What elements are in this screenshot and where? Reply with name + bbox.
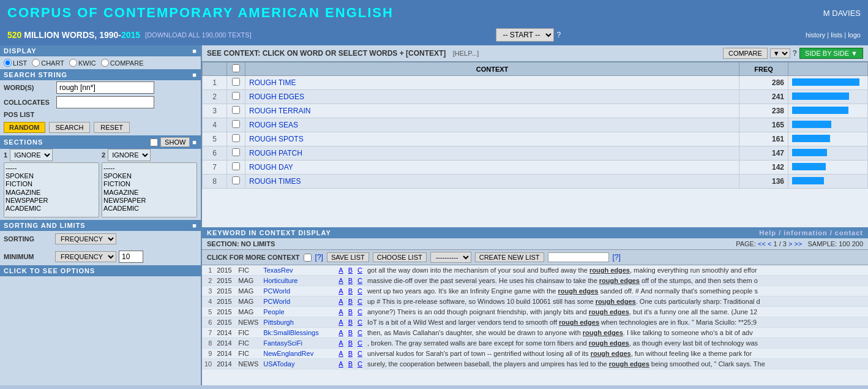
result-checkbox[interactable] xyxy=(232,106,240,114)
result-link[interactable]: ROUGH SEAS xyxy=(249,121,298,129)
kwic-b[interactable]: B xyxy=(346,317,355,328)
kwic-source[interactable]: PCWorld xyxy=(263,287,290,295)
display-chart-option[interactable]: CHART xyxy=(32,59,64,67)
compare-button[interactable]: COMPARE xyxy=(723,48,768,59)
click-options[interactable]: CLICK TO SEE OPTIONS xyxy=(0,265,201,276)
kwic-help-q2[interactable]: [?] xyxy=(613,253,621,262)
kwic-b[interactable]: B xyxy=(346,286,355,296)
list2-items[interactable]: ----- SPOKEN FICTION MAGAZINE NEWSPAPER … xyxy=(102,162,197,217)
kwic-select-all[interactable] xyxy=(304,254,312,262)
kwic-c[interactable]: C xyxy=(355,265,365,276)
context-question[interactable]: ? xyxy=(793,49,797,58)
kwic-b[interactable]: B xyxy=(346,307,355,317)
kwic-c[interactable]: C xyxy=(355,317,365,328)
kwic-source[interactable]: Horticulture xyxy=(263,277,297,284)
compare-select[interactable]: ▼ xyxy=(770,48,790,58)
choose-list-select[interactable]: ---------- xyxy=(430,252,471,263)
kwic-source[interactable]: FantasySciFi xyxy=(263,339,302,347)
kwic-a[interactable]: A xyxy=(336,296,345,307)
choose-list-button[interactable]: CHOOSE LIST xyxy=(373,252,427,262)
kwic-a[interactable]: A xyxy=(336,338,345,349)
list1-items[interactable]: ----- SPOKEN FICTION MAGAZINE NEWSPAPER … xyxy=(4,162,99,217)
minimum-value[interactable] xyxy=(119,251,143,263)
result-link[interactable]: ROUGH SPOTS xyxy=(249,135,304,143)
help-info-link[interactable]: Help / information / contact xyxy=(759,229,863,236)
minimum-select[interactable]: FREQUENCY xyxy=(55,251,116,262)
kwic-a[interactable]: A xyxy=(336,317,345,328)
kwic-a[interactable]: A xyxy=(336,286,345,296)
kwic-c[interactable]: C xyxy=(355,286,365,296)
page-next[interactable]: > xyxy=(788,240,792,247)
display-compare-option[interactable]: COMPARE xyxy=(101,59,144,67)
display-list-radio[interactable] xyxy=(4,59,12,67)
result-link[interactable]: ROUGH DAY xyxy=(249,163,293,172)
kwic-a[interactable]: A xyxy=(336,307,345,317)
start-help[interactable]: ? xyxy=(556,31,561,39)
display-kwic-option[interactable]: KWIC xyxy=(69,59,96,67)
start-select[interactable]: -- START -- xyxy=(496,28,554,42)
save-list-button[interactable]: SAVE LIST xyxy=(327,252,369,262)
kwic-a[interactable]: A xyxy=(336,265,345,276)
kwic-source[interactable]: PCWorld xyxy=(263,298,290,305)
kwic-c[interactable]: C xyxy=(355,328,365,338)
result-link[interactable]: ROUGH TIME xyxy=(249,78,296,87)
result-checkbox[interactable] xyxy=(232,148,240,156)
create-list-input[interactable] xyxy=(548,252,609,262)
kwic-b[interactable]: B xyxy=(346,359,355,369)
kwic-c[interactable]: C xyxy=(355,296,365,307)
result-link[interactable]: ROUGH EDGES xyxy=(249,93,304,101)
kwic-help-q[interactable]: [?] xyxy=(315,253,323,262)
result-link[interactable]: ROUGH TERRAIN xyxy=(249,107,310,115)
list2-ignore-select[interactable]: IGNORE xyxy=(108,149,151,161)
result-checkbox[interactable] xyxy=(232,134,240,142)
random-button[interactable]: RANDOM xyxy=(4,122,45,133)
display-compare-radio[interactable] xyxy=(101,59,109,67)
search-button[interactable]: SEARCH xyxy=(49,122,91,133)
show-button[interactable]: SHOW xyxy=(160,137,190,147)
kwic-b[interactable]: B xyxy=(346,265,355,276)
kwic-source[interactable]: Bk:SmallBlessings xyxy=(263,329,318,336)
select-all-checkbox[interactable] xyxy=(232,64,240,72)
kwic-b[interactable]: B xyxy=(346,276,355,286)
result-checkbox[interactable] xyxy=(232,176,240,184)
page-first[interactable]: << xyxy=(758,240,766,247)
kwic-b[interactable]: B xyxy=(346,296,355,307)
page-last[interactable]: >> xyxy=(794,240,802,247)
header-links[interactable]: history | lists | logo xyxy=(806,31,861,39)
kwic-a[interactable]: A xyxy=(336,349,345,359)
result-link[interactable]: ROUGH TIMES xyxy=(249,177,301,186)
kwic-a[interactable]: A xyxy=(336,359,345,369)
display-chart-radio[interactable] xyxy=(32,59,40,67)
kwic-source[interactable]: Pittsburgh xyxy=(263,319,294,326)
side-by-side-button[interactable]: SIDE BY SIDE ▼ xyxy=(799,48,863,59)
result-checkbox[interactable] xyxy=(232,92,240,100)
result-link[interactable]: ROUGH PATCH xyxy=(249,149,302,157)
context-help[interactable]: [HELP...] xyxy=(453,50,479,57)
create-new-list-button[interactable]: CREATE NEW LIST xyxy=(475,252,544,262)
list1-ignore-select[interactable]: IGNORE xyxy=(10,149,53,161)
display-kwic-radio[interactable] xyxy=(69,59,77,67)
kwic-source[interactable]: TexasRev xyxy=(263,266,293,274)
kwic-a[interactable]: A xyxy=(336,276,345,286)
kwic-b[interactable]: B xyxy=(346,338,355,349)
reset-button[interactable]: RESET xyxy=(94,122,130,133)
result-checkbox[interactable] xyxy=(232,162,240,170)
display-list-option[interactable]: LIST xyxy=(4,59,27,67)
page-prev[interactable]: < xyxy=(768,240,771,247)
kwic-c[interactable]: C xyxy=(355,359,365,369)
kwic-source[interactable]: People xyxy=(263,308,284,315)
kwic-b[interactable]: B xyxy=(346,349,355,359)
result-checkbox[interactable] xyxy=(232,78,240,86)
sections-checkbox[interactable] xyxy=(150,138,158,146)
kwic-b[interactable]: B xyxy=(346,328,355,338)
result-checkbox[interactable] xyxy=(232,120,240,128)
kwic-source[interactable]: USAToday xyxy=(263,360,294,368)
kwic-c[interactable]: C xyxy=(355,276,365,286)
word-input[interactable] xyxy=(56,81,154,94)
kwic-c[interactable]: C xyxy=(355,338,365,349)
kwic-c[interactable]: C xyxy=(355,349,365,359)
kwic-source[interactable]: NewEnglandRev xyxy=(263,350,313,357)
sort-select[interactable]: FREQUENCY xyxy=(55,233,116,244)
download-link[interactable]: [DOWNLOAD ALL 190,000 TEXTS] xyxy=(145,31,252,39)
collocates-input[interactable] xyxy=(56,96,154,108)
